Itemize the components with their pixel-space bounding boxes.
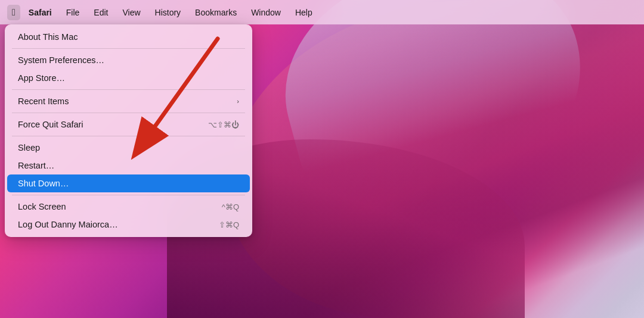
menu-item-app-store-label: App Store… [18, 73, 65, 83]
menubar:  Safari File Edit View History Bookmark… [0, 0, 644, 24]
separator-1 [12, 48, 245, 49]
separator-5 [12, 195, 245, 195]
menu-item-force-quit[interactable]: Force Quit Safari ⌥⇧⌘⏻ [7, 116, 250, 133]
force-quit-shortcut: ⌥⇧⌘⏻ [208, 120, 239, 129]
menu-item-shut-down-label: Shut Down… [18, 179, 69, 188]
apple-menu-trigger[interactable]:  [7, 5, 20, 20]
menu-item-restart-label: Restart… [18, 161, 54, 170]
separator-4 [12, 136, 245, 136]
menu-item-system-prefs[interactable]: System Preferences… [7, 51, 250, 69]
menubar-history[interactable]: History [149, 5, 187, 20]
menu-item-sleep-label: Sleep [18, 143, 40, 152]
menu-item-system-prefs-label: System Preferences… [18, 55, 104, 65]
menubar-help[interactable]: Help [289, 5, 318, 20]
apple-dropdown-menu: About This Mac System Preferences… App S… [5, 24, 252, 237]
menu-item-recent-items[interactable]: Recent Items › [7, 92, 250, 110]
menu-item-shut-down[interactable]: Shut Down… [7, 174, 250, 192]
chevron-right-icon: › [237, 98, 239, 105]
menu-item-force-quit-label: Force Quit Safari [18, 120, 83, 129]
menubar-window[interactable]: Window [245, 5, 287, 20]
separator-2 [12, 89, 245, 90]
menubar-bookmarks[interactable]: Bookmarks [189, 5, 243, 20]
separator-3 [12, 113, 245, 113]
log-out-shortcut: ⇧⌘Q [219, 220, 239, 229]
menu-item-log-out[interactable]: Log Out Danny Maiorca… ⇧⌘Q [7, 216, 250, 233]
menubar-safari[interactable]: Safari [23, 5, 58, 20]
menubar-view[interactable]: View [116, 5, 146, 20]
menu-item-restart[interactable]: Restart… [7, 157, 250, 174]
menu-item-app-store[interactable]: App Store… [7, 69, 250, 87]
menu-item-sleep[interactable]: Sleep [7, 139, 250, 157]
menu-item-lock-screen[interactable]: Lock Screen ^⌘Q [7, 198, 250, 216]
menubar-edit[interactable]: Edit [88, 5, 114, 20]
lock-screen-shortcut: ^⌘Q [222, 202, 239, 211]
menu-item-about-label: About This Mac [18, 32, 78, 42]
menu-item-log-out-label: Log Out Danny Maiorca… [18, 220, 118, 229]
menu-item-recent-items-label: Recent Items [18, 96, 69, 106]
menu-item-about[interactable]: About This Mac [7, 28, 250, 46]
menu-item-lock-screen-label: Lock Screen [18, 202, 66, 211]
menubar-file[interactable]: File [60, 5, 86, 20]
